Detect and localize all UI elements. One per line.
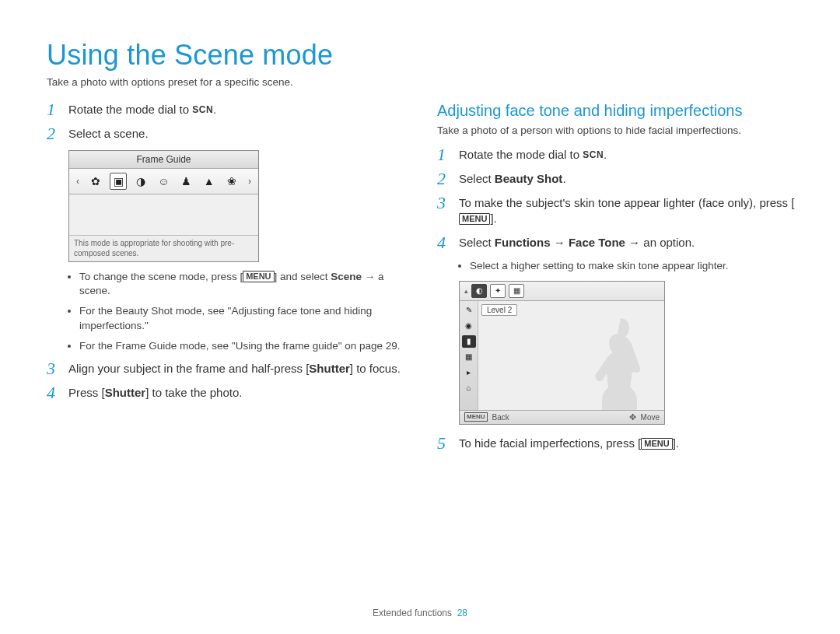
sidebar-icon: ▮: [462, 335, 476, 348]
closeup-icon: ❀: [223, 173, 240, 190]
sidebar-icon: ▦: [462, 351, 476, 363]
menu-icon: MENU: [464, 412, 488, 422]
frame-guide-icon: ▣: [110, 173, 127, 190]
nav-pad-icon: ✥: [629, 412, 636, 422]
children-icon: ♟: [178, 173, 195, 190]
chevron-up-icon: ▴: [464, 287, 468, 295]
step-number: 5: [437, 435, 459, 452]
page-subtitle: Take a photo with options preset for a s…: [47, 76, 801, 88]
move-label: Move: [641, 413, 660, 422]
step-number: 4: [437, 234, 459, 251]
face-tone-tab-icon: ◐: [471, 284, 487, 298]
scene-icon-row: ‹ ✿ ▣ ◑ ☺ ♟ ▲ ❀ ›: [69, 169, 258, 194]
right-step-3: 3 To make the subject's skin tone appear…: [437, 195, 801, 227]
scene-selector-screenshot: Frame Guide ‹ ✿ ▣ ◑ ☺ ♟ ▲ ❀ › This mode …: [68, 150, 259, 262]
step-text: Rotate the mode dial to: [68, 103, 192, 116]
right-step-4: 4 Select Functions → Face Tone → an opti…: [437, 235, 801, 251]
left-step-3: 3 Align your subject in the frame and ha…: [47, 361, 411, 377]
right-step-1: 1 Rotate the mode dial to SCN.: [437, 147, 801, 163]
sidebar-icon: ⌂: [462, 382, 476, 394]
step-text: .: [213, 103, 216, 116]
page-title: Using the Scene mode: [47, 39, 801, 72]
sidebar-icon: ▸: [462, 366, 476, 379]
left-step-1: 1 Rotate the mode dial to SCN.: [47, 102, 411, 118]
step-text: Select a scene.: [68, 126, 149, 142]
step-number: 3: [437, 194, 459, 212]
step-number: 4: [47, 384, 68, 401]
beauty-top-tabs: ▴ ◐ ✦ ▦: [460, 282, 664, 301]
person-silhouette-icon: [580, 310, 650, 410]
beauty-preview: Level 2: [478, 301, 664, 410]
left-bullet-1: To change the scene mode, press [MENU] a…: [79, 270, 411, 298]
face-retouch-tab-icon: ✦: [490, 284, 506, 298]
section-heading: Adjusting face tone and hiding imperfect…: [437, 102, 801, 120]
chevron-right-icon: ›: [246, 176, 254, 187]
step-number: 1: [47, 101, 68, 118]
night-icon: ◑: [132, 173, 149, 190]
footer-page-number: 28: [457, 608, 467, 618]
menu-icon: MENU: [243, 271, 274, 282]
right-step-5: 5 To hide facial imperfections, press [M…: [437, 436, 801, 452]
right-column: Adjusting face tone and hiding imperfect…: [437, 102, 801, 460]
back-label: Back: [492, 413, 509, 422]
step-number: 3: [47, 360, 68, 377]
chevron-left-icon: ‹: [74, 176, 82, 187]
left-column: 1 Rotate the mode dial to SCN. 2 Select …: [47, 102, 411, 460]
menu-icon: MENU: [459, 213, 490, 225]
tab-icon: ▦: [509, 284, 524, 298]
level-indicator: Level 2: [481, 304, 517, 316]
menu-icon: MENU: [641, 438, 672, 450]
beauty-shot-screenshot: ▴ ◐ ✦ ▦ ✎ ◉ ▮ ▦ ▸ ⌂ Level 2: [459, 281, 665, 425]
left-step-2: 2 Select a scene.: [47, 126, 411, 142]
beauty-shot-icon: ✿: [87, 173, 104, 190]
landscape-icon: ▲: [201, 173, 218, 190]
right-bullet-1: Select a higher setting to make skin ton…: [470, 259, 801, 273]
scn-icon: SCN: [192, 104, 213, 115]
scene-selector-description: This mode is appropriate for shooting wi…: [69, 235, 258, 261]
sidebar-icon: ◉: [462, 320, 476, 332]
step-number: 2: [47, 125, 68, 142]
page-footer: Extended functions 28: [0, 608, 840, 618]
footer-section: Extended functions: [373, 608, 452, 618]
step-number: 2: [437, 170, 459, 187]
right-step-2: 2 Select Beauty Shot.: [437, 171, 801, 187]
section-subtitle: Take a photo of a person with options to…: [437, 124, 801, 136]
portrait-icon: ☺: [156, 173, 173, 190]
left-step-4: 4 Press [Shutter] to take the photo.: [47, 385, 411, 401]
sidebar-icon: ✎: [462, 304, 476, 317]
step-number: 1: [437, 146, 459, 163]
scene-selector-title: Frame Guide: [69, 151, 258, 169]
beauty-sidebar: ✎ ◉ ▮ ▦ ▸ ⌂: [460, 301, 478, 410]
scn-icon: SCN: [583, 149, 604, 160]
left-bullet-2: For the Beauty Shot mode, see "Adjusting…: [79, 304, 411, 332]
left-bullet-3: For the Frame Guide mode, see "Using the…: [79, 339, 411, 353]
